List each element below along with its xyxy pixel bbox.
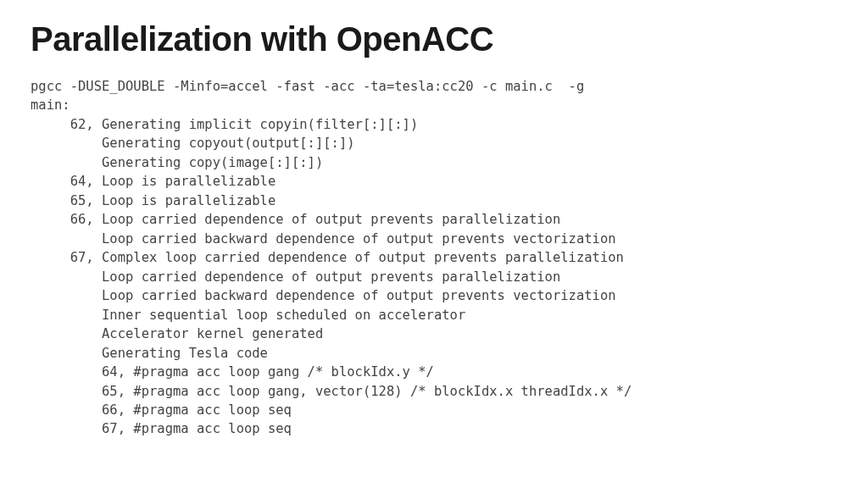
compiler-output: pgcc -DUSE_DOUBLE -Minfo=accel -fast -ac…	[31, 77, 837, 439]
slide: Parallelization with OpenACC pgcc -DUSE_…	[0, 0, 868, 488]
slide-title: Parallelization with OpenACC	[31, 20, 837, 58]
